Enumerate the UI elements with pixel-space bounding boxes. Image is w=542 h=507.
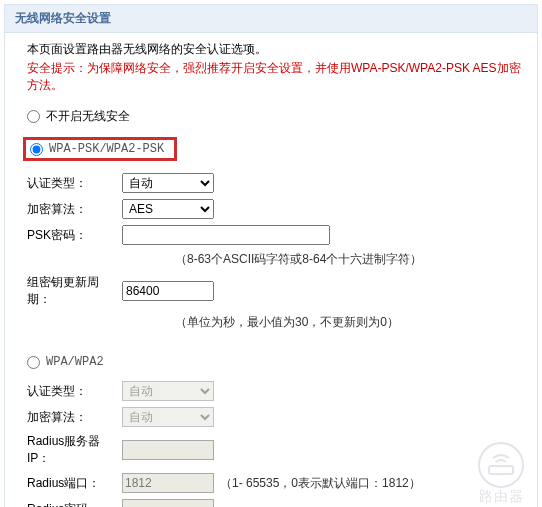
wpapsk-cipher-select[interactable]: AES [122,199,214,219]
settings-panel: 无线网络安全设置 本页面设置路由器无线网络的安全认证选项。 安全提示：为保障网络… [4,4,538,507]
radio-wpapsk-label: WPA-PSK/WPA2-PSK [49,142,164,156]
panel-body: 本页面设置路由器无线网络的安全认证选项。 安全提示：为保障网络安全，强烈推荐开启… [5,33,537,507]
radio-disabled-label: 不开启无线安全 [46,108,130,125]
mode-disabled-row: 不开启无线安全 [27,108,523,125]
radio-wpa-label: WPA/WPA2 [46,355,104,369]
wpapsk-auth-select[interactable]: 自动 [122,173,214,193]
radio-wpapsk[interactable] [30,143,43,156]
wpa-radius-pwd-label: Radius密码： [27,501,122,508]
wpa-cipher-label: 加密算法： [27,409,122,426]
wpa-auth-select[interactable]: 自动 [122,381,214,401]
wpapsk-psk-label: PSK密码： [27,227,122,244]
wpapsk-rekey-label: 组密钥更新周期： [27,274,122,308]
wpa-radius-port-hint: （1- 65535，0表示默认端口：1812） [220,475,421,492]
wpa-radius-ip-input[interactable] [122,440,214,460]
wpa-auth-label: 认证类型： [27,383,122,400]
panel-title: 无线网络安全设置 [5,5,537,33]
mode-wpapsk-row: WPA-PSK/WPA2-PSK [27,137,523,161]
intro-warning: 安全提示：为保障网络安全，强烈推荐开启安全设置，并使用WPA-PSK/WPA2-… [27,60,523,94]
wpapsk-rekey-input[interactable] [122,281,214,301]
wpapsk-psk-input[interactable] [122,225,330,245]
wpapsk-auth-label: 认证类型： [27,175,122,192]
wpa-radius-port-label: Radius端口： [27,475,122,492]
wpapsk-highlight: WPA-PSK/WPA2-PSK [23,137,177,161]
wpa-radius-pwd-input[interactable] [122,499,214,507]
radio-disabled[interactable] [27,110,40,123]
wpa-radius-ip-label: Radius服务器IP： [27,433,122,467]
wpapsk-rekey-hint: （单位为秒，最小值为30，不更新则为0） [175,314,523,331]
mode-wpa-row: WPA/WPA2 [27,355,523,369]
wpapsk-psk-hint: （8-63个ASCII码字符或8-64个十六进制字符） [175,251,523,268]
wpa-radius-port-input[interactable] [122,473,214,493]
radio-wpa[interactable] [27,356,40,369]
wpa-cipher-select[interactable]: 自动 [122,407,214,427]
wpapsk-cipher-label: 加密算法： [27,201,122,218]
intro-desc: 本页面设置路由器无线网络的安全认证选项。 [27,41,523,58]
